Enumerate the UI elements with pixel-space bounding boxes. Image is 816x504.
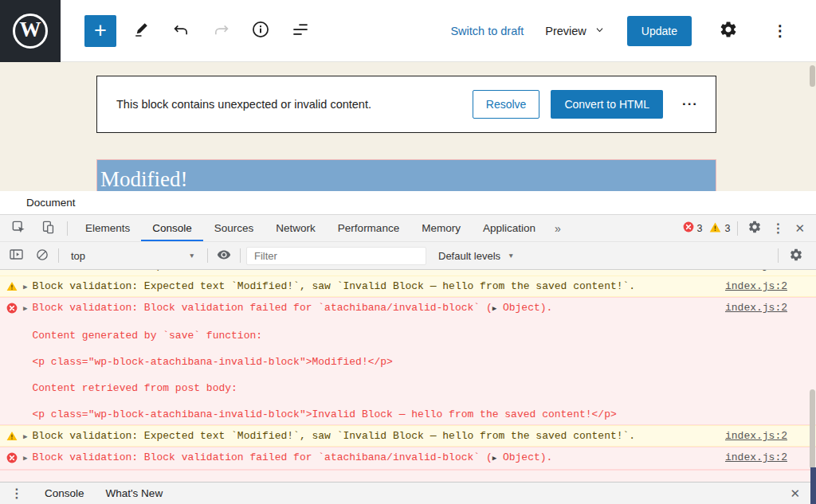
editor-scrollbar-thumb[interactable] xyxy=(810,65,815,87)
edit-mode-button[interactable] xyxy=(126,16,156,46)
wordpress-logo[interactable]: W xyxy=(0,0,61,62)
clear-console-icon xyxy=(35,248,49,264)
console-filter-input[interactable] xyxy=(246,247,426,265)
wp-editor-header: W + xyxy=(0,0,816,62)
more-tabs-button[interactable]: » xyxy=(547,215,569,241)
console-warning-row: ▶ Block validation: Expected text `Modif… xyxy=(0,270,816,275)
warning-count-badge[interactable]: 3 xyxy=(709,222,730,235)
console-message-text: Block validation: Block validation faile… xyxy=(32,302,492,314)
tab-network[interactable]: Network xyxy=(265,215,327,241)
context-selector[interactable]: top ▼ xyxy=(65,248,202,264)
source-link[interactable]: index.js:2 xyxy=(725,301,787,315)
divider xyxy=(778,248,779,263)
source-link[interactable]: index.js:2 xyxy=(725,279,787,293)
live-expression-button[interactable] xyxy=(214,245,234,266)
device-toolbar-icon xyxy=(41,220,56,237)
log-levels-value: Default levels xyxy=(438,250,500,262)
more-vertical-icon: ⋮ xyxy=(10,486,23,500)
warning-icon xyxy=(6,281,18,291)
undo-button[interactable] xyxy=(166,16,196,46)
inspect-element-button[interactable] xyxy=(8,218,29,239)
log-levels-selector[interactable]: Default levels ▼ xyxy=(438,250,514,262)
console-error-line: Block validation: Block validation faile… xyxy=(32,301,714,316)
devtools-window-titlebar: Document xyxy=(0,191,816,215)
pencil-icon xyxy=(131,20,151,42)
object-expand-icon[interactable]: ▶ xyxy=(492,455,496,463)
tab-performance[interactable]: Performance xyxy=(327,215,410,241)
expand-arrow-icon[interactable]: ▶ xyxy=(23,270,27,271)
devtools-settings-button[interactable] xyxy=(745,219,764,238)
console-scrollbar-thumb[interactable] xyxy=(810,389,815,469)
drawer-close-button[interactable]: ✕ xyxy=(787,485,803,502)
convert-to-html-button[interactable]: Convert to HTML xyxy=(551,90,663,119)
tab-application[interactable]: Application xyxy=(472,215,547,241)
console-error-body: Block validation: Block validation faile… xyxy=(32,301,714,421)
console-error-row: ▶ Block validation: Block validation fai… xyxy=(0,297,816,425)
tab-memory[interactable]: Memory xyxy=(410,215,472,241)
window-edge-artifact xyxy=(810,467,816,504)
devtools-panel: Document Elements Console Sources Ne xyxy=(0,191,816,504)
more-horizontal-icon: ··· xyxy=(682,96,698,111)
divider xyxy=(207,248,208,263)
screen: W + xyxy=(0,0,816,504)
console-error-details: Content generated by `save` function: <p… xyxy=(32,316,714,421)
sidebar-panel-icon xyxy=(9,247,24,264)
expand-arrow-icon[interactable]: ▶ xyxy=(23,304,27,313)
error-icon xyxy=(683,221,694,235)
plus-icon: + xyxy=(94,20,107,41)
options-menu-button[interactable]: ⋮ xyxy=(765,16,795,46)
expand-arrow-icon[interactable]: ▶ xyxy=(23,432,27,441)
editor-toolbar: + xyxy=(61,15,316,47)
more-vertical-icon: ⋮ xyxy=(773,21,788,40)
close-icon: ✕ xyxy=(794,221,805,235)
redo-button[interactable] xyxy=(206,16,236,46)
resolve-button[interactable]: Resolve xyxy=(473,90,540,119)
devtools-tabbar: Elements Console Sources Network Perform… xyxy=(0,215,816,242)
warning-icon xyxy=(709,222,721,235)
drawer-tab-whats-new[interactable]: What's New xyxy=(106,487,163,499)
tab-sources[interactable]: Sources xyxy=(203,215,265,241)
undo-arrow-icon xyxy=(171,20,191,42)
info-icon xyxy=(250,19,271,42)
expand-arrow-icon[interactable]: ▶ xyxy=(23,454,27,463)
devtools-menu-button[interactable]: ⋮ xyxy=(771,221,784,236)
expand-arrow-icon[interactable]: ▶ xyxy=(23,283,27,291)
source-link[interactable]: index.js:2 xyxy=(725,429,787,443)
console-sidebar-button[interactable] xyxy=(6,245,26,266)
devtools-window-title: Document xyxy=(26,197,76,209)
notice-more-button[interactable]: ··· xyxy=(674,96,706,112)
preview-button[interactable]: Preview xyxy=(545,25,606,37)
details-button[interactable] xyxy=(245,16,276,46)
console-error-line: Block validation: Block validation faile… xyxy=(32,451,714,466)
tab-console[interactable]: Console xyxy=(141,215,203,241)
block-text: Modified! xyxy=(100,167,187,191)
drawer-tab-console[interactable]: Console xyxy=(45,487,84,499)
error-icon xyxy=(6,452,18,463)
error-count-badge[interactable]: 3 xyxy=(683,221,703,235)
object-label[interactable]: Object xyxy=(503,302,540,314)
preview-label: Preview xyxy=(545,25,586,37)
warning-icon xyxy=(6,270,18,271)
editor-header-actions: Switch to draft Preview Update ⋮ xyxy=(450,16,816,46)
console-error-body: Block validation: Block validation faile… xyxy=(32,451,714,466)
tab-elements[interactable]: Elements xyxy=(74,215,141,241)
switch-to-draft-button[interactable]: Switch to draft xyxy=(450,25,524,37)
source-link[interactable]: index.js:2 xyxy=(725,270,787,272)
device-toolbar-button[interactable] xyxy=(37,218,58,239)
divider xyxy=(67,221,68,236)
drawer-menu-button[interactable]: ⋮ xyxy=(10,486,23,501)
clear-console-button[interactable] xyxy=(32,245,53,266)
list-view-button[interactable] xyxy=(285,16,316,46)
add-block-button[interactable]: + xyxy=(84,15,116,47)
console-settings-button[interactable] xyxy=(787,246,806,265)
settings-button[interactable] xyxy=(713,16,743,46)
object-label[interactable]: Object xyxy=(503,451,540,463)
object-expand-icon[interactable]: ▶ xyxy=(492,305,496,313)
chevron-down-icon xyxy=(594,25,606,37)
error-icon xyxy=(6,303,18,314)
update-button[interactable]: Update xyxy=(627,16,692,46)
console-messages: ▶ Block validation: Expected text `Modif… xyxy=(0,270,816,482)
invalid-paragraph-block[interactable]: Modified! xyxy=(96,159,716,191)
source-link[interactable]: index.js:2 xyxy=(725,451,787,464)
devtools-close-button[interactable]: ✕ xyxy=(791,220,808,237)
